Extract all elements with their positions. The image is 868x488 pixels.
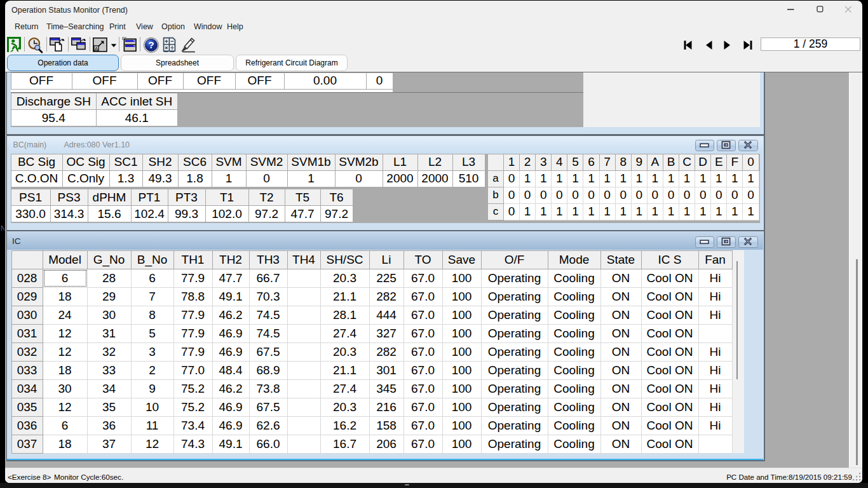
svg-text:A: A xyxy=(95,45,98,51)
svg-text:?: ? xyxy=(148,39,154,50)
